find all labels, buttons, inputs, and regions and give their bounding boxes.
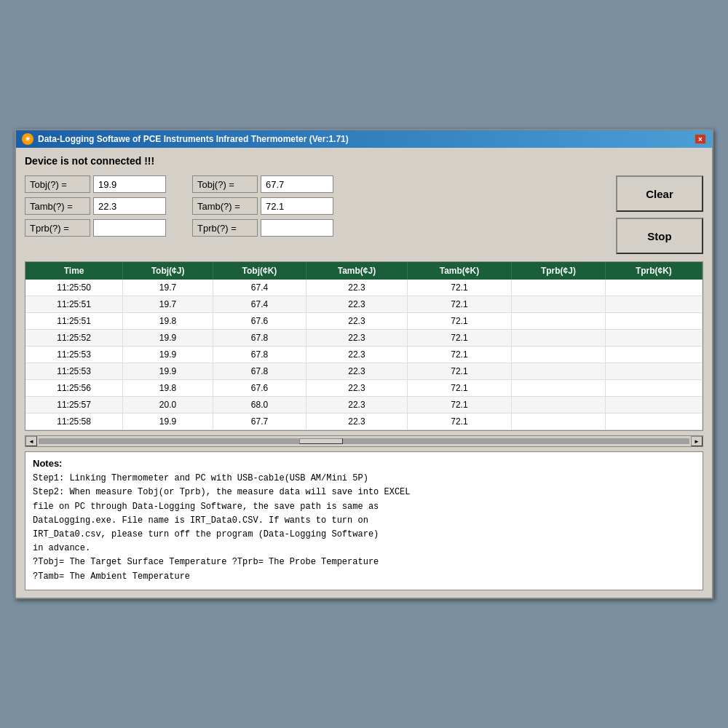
title-bar: ☀ Data-Logging Softawe of PCE Instrument… (16, 130, 712, 148)
table-row: 11:25:5019.767.422.372.1 (25, 280, 703, 296)
table-cell: 22.3 (306, 347, 408, 363)
tamb-right-label: Tamb(?) = (192, 197, 258, 215)
notes-line: in advance. (33, 542, 695, 555)
table-row: 11:25:5819.967.722.372.1 (25, 414, 703, 430)
table-cell: 19.7 (123, 296, 213, 313)
tprb-right-label: Tprb(?) = (192, 219, 258, 237)
table-cell (605, 280, 702, 296)
table-cell: 67.4 (213, 280, 306, 296)
title-bar-left: ☀ Data-Logging Softawe of PCE Instrument… (22, 133, 349, 145)
table-body: 11:25:5019.767.422.372.111:25:5119.767.4… (25, 280, 703, 430)
notes-title: Notes: (33, 458, 695, 469)
tprb-left-row: Tprb(?) = (25, 219, 166, 237)
status-text: Device is not connected !!! (25, 155, 703, 167)
tamb-left-row: Tamb(?) = 22.3 (25, 197, 166, 215)
notes-box: Notes: Step1: Linking Thermometer and PC… (25, 451, 703, 590)
table-cell: 22.3 (306, 330, 408, 347)
buttons-area: Clear Stop (616, 175, 703, 254)
main-window: ☀ Data-Logging Softawe of PCE Instrument… (15, 129, 713, 599)
table-header: TimeTobj(¢J)Tobj(¢K)Tamb(¢J)Tamb(¢K)Tprb… (25, 262, 703, 280)
table-cell: 19.9 (123, 330, 213, 347)
table-cell: 72.1 (407, 296, 511, 313)
tamb-left-value: 22.3 (93, 197, 166, 215)
tobj-right-label: Tobj(?) = (192, 175, 258, 193)
table-cell: 11:25:50 (25, 280, 123, 296)
table-cell: 72.1 (407, 397, 511, 414)
table-cell (605, 347, 702, 363)
app-icon: ☀ (22, 133, 33, 145)
notes-line: ?Tamb= The Ambient Temperature (33, 570, 695, 584)
table-cell: 11:25:51 (25, 296, 123, 313)
table-cell: 22.3 (306, 280, 408, 296)
horizontal-scrollbar[interactable]: ◄ ► (25, 435, 703, 447)
table-cell: 72.1 (407, 280, 511, 296)
table-cell: 19.9 (123, 363, 213, 380)
table-cell: 22.3 (306, 397, 408, 414)
tobj-right-row: Tobj(?) = 67.7 (192, 175, 333, 193)
table-col-header: Tprb(¢K) (605, 262, 702, 280)
table-col-header: Tamb(¢J) (306, 262, 408, 280)
table-cell: 67.6 (213, 380, 306, 397)
table-cell: 72.1 (407, 380, 511, 397)
notes-line: IRT_Data0.csv, please turn off the progr… (33, 528, 695, 542)
table-row: 11:25:5319.967.822.372.1 (25, 347, 703, 363)
table-cell: 67.7 (213, 414, 306, 430)
table-cell: 72.1 (407, 330, 511, 347)
table-cell (605, 330, 702, 347)
table-col-header: Time (25, 262, 123, 280)
readings-area: Tobj(?) = 19.9 Tamb(?) = 22.3 Tprb(?) = … (25, 175, 703, 254)
stop-button[interactable]: Stop (616, 218, 703, 254)
table-cell (512, 347, 606, 363)
table-cell: 72.1 (407, 347, 511, 363)
table-cell (512, 380, 606, 397)
table-cell: 67.4 (213, 296, 306, 313)
scroll-left-button[interactable]: ◄ (25, 436, 37, 446)
table-cell: 20.0 (123, 397, 213, 414)
table-header-row: TimeTobj(¢J)Tobj(¢K)Tamb(¢J)Tamb(¢K)Tprb… (25, 262, 703, 280)
table-cell (512, 414, 606, 430)
tprb-left-value (93, 219, 166, 237)
table-cell: 11:25:52 (25, 330, 123, 347)
table-cell: 72.1 (407, 414, 511, 430)
notes-line: file on PC through Data-Logging Software… (33, 500, 695, 514)
table-cell: 11:25:58 (25, 414, 123, 430)
table-cell (512, 296, 606, 313)
scroll-right-button[interactable]: ► (691, 436, 703, 446)
tobj-right-value: 67.7 (261, 175, 333, 193)
clear-button[interactable]: Clear (616, 175, 703, 212)
tprb-right-row: Tprb(?) = (192, 219, 333, 237)
tprb-right-value (261, 219, 333, 237)
table-cell (605, 414, 702, 430)
close-button[interactable]: × (695, 134, 706, 144)
tobj-left-label: Tobj(?) = (25, 175, 90, 193)
table-cell (512, 330, 606, 347)
table-cell: 11:25:56 (25, 380, 123, 397)
table-cell: 19.8 (123, 313, 213, 330)
table-row: 11:25:5119.767.422.372.1 (25, 296, 703, 313)
table-cell: 67.8 (213, 330, 306, 347)
tamb-right-row: Tamb(?) = 72.1 (192, 197, 333, 215)
table-cell (512, 313, 606, 330)
table-row: 11:25:5219.967.822.372.1 (25, 330, 703, 347)
table-cell: 67.8 (213, 347, 306, 363)
table-cell: 19.9 (123, 347, 213, 363)
table-cell: 67.6 (213, 313, 306, 330)
table-cell: 22.3 (306, 380, 408, 397)
notes-line: DataLogging.exe. File name is IRT_Data0.… (33, 514, 695, 528)
data-table-container: TimeTobj(¢J)Tobj(¢K)Tamb(¢J)Tamb(¢K)Tprb… (25, 261, 703, 431)
tamb-right-value: 72.1 (261, 197, 333, 215)
table-cell (605, 296, 702, 313)
table-row: 11:25:5720.068.022.372.1 (25, 397, 703, 414)
readings-group-left: Tobj(?) = 19.9 Tamb(?) = 22.3 Tprb(?) = (25, 175, 166, 237)
table-cell: 68.0 (213, 397, 306, 414)
table-col-header: Tprb(¢J) (512, 262, 606, 280)
table-scroll-wrapper[interactable]: TimeTobj(¢J)Tobj(¢K)Tamb(¢J)Tamb(¢K)Tprb… (25, 262, 703, 430)
table-cell (605, 363, 702, 380)
scroll-thumb[interactable] (299, 438, 343, 444)
tobj-left-value: 19.9 (93, 175, 166, 193)
notes-content: Step1: Linking Thermometer and PC with U… (33, 472, 695, 584)
table-cell: 11:25:57 (25, 397, 123, 414)
table-cell (512, 280, 606, 296)
table-cell: 11:25:53 (25, 347, 123, 363)
scroll-track (39, 438, 689, 444)
